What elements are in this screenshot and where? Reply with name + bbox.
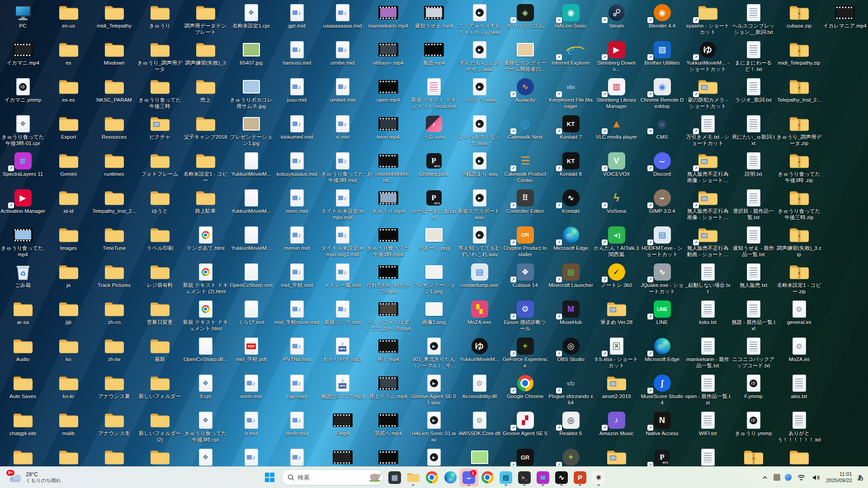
desktop-icon[interactable]: cubase.zip — [776, 1, 822, 38]
desktop-icon[interactable]: ▶答え知っててもむずいわこれ.wav — [457, 223, 502, 260]
desktop-icon[interactable]: 名称未設定1 - コピー — [183, 149, 228, 186]
desktop-icon[interactable]: ▤↗HDDFMT.exe - ショートカット — [639, 223, 685, 260]
desktop-icon[interactable]: ohhayo-.mp4 — [365, 38, 411, 75]
desktop-icon[interactable]: ☰↗Cakewalk Product Center — [502, 149, 548, 186]
desktop-icon[interactable]: ◎↗Reaktor 6 — [548, 408, 594, 446]
taskbar-terminal-icon[interactable]: >_ — [515, 469, 534, 487]
taskbar-pinned-media-app-icon[interactable]: ▦ — [386, 469, 404, 487]
desktop-icon[interactable]: ▶ずんだもん_しおかぜふ.wav — [457, 38, 502, 75]
desktop-icon[interactable]: N↗Native Access — [639, 408, 685, 446]
desktop-icon[interactable]: _起動しない場合.txt — [685, 260, 731, 297]
taskbar-weather-widget[interactable]: 9+ 28°C くもりのち晴れ — [4, 468, 66, 487]
desktop-icon[interactable]: ♪タイトル未設定.tempo.orig1.mid — [320, 223, 365, 260]
desktop-icon[interactable]: ▶001_東北きりたん（ノーマル）_今じゃ... — [411, 334, 457, 371]
desktop-icon[interactable]: ↗無人販売不正行為画像 - ショートカッ... — [685, 149, 731, 186]
desktop-icon[interactable]: ❖きゅうり食ってた午後3時.cpr — [183, 408, 228, 446]
desktop-icon[interactable]: ∿↗Audacity — [502, 75, 548, 112]
desktop-icon[interactable]: V↗VOICEVOX — [594, 149, 639, 186]
desktop-icon[interactable]: ⚙MoZA.ini — [776, 334, 822, 371]
desktop-icon[interactable]: ≋↗SpectraLayers 11 — [0, 149, 46, 186]
desktop-icon[interactable]: ゆ↗YukkuriMovieM... - ショートカット — [685, 38, 731, 75]
desktop-icon[interactable]: airset2-2019 — [594, 371, 639, 408]
desktop-icon[interactable]: open - 親作品一覧.txt — [685, 371, 731, 408]
desktop-icon[interactable]: 井上.mp4 — [365, 334, 411, 371]
desktop-icon[interactable]: ♪うみ.ustx — [411, 112, 457, 149]
desktop-icon[interactable]: プレゼンテーション1.png — [411, 260, 457, 297]
desktop-icon[interactable]: 無人販売.txt — [731, 260, 776, 297]
desktop-icon[interactable]: ♪jusu.mid — [274, 75, 320, 112]
desktop-icon[interactable]: くらび.xml — [228, 297, 274, 334]
desktop-icon[interactable]: ko-kr — [46, 371, 91, 408]
desktop-icon[interactable]: ϟ↗VoiSona — [594, 186, 639, 223]
desktop-icon[interactable]: ❖きゅうり食ってた午後3時-01.cpr — [0, 112, 46, 149]
desktop-icon[interactable]: かるーく.png — [411, 223, 457, 260]
desktop-icon[interactable]: ▥↗Steinberg Library Manager — [594, 75, 639, 112]
desktop-icon[interactable]: ▶↗Activation Manager — [0, 186, 46, 223]
desktop-icon[interactable]: ↗Microsoft Edge — [639, 334, 685, 371]
desktop-icon[interactable]: 画像1.png — [411, 297, 457, 334]
taskbar-clock[interactable]: 11:01 2025/09/22 — [826, 471, 852, 483]
desktop-icon[interactable]: OpenCvSharp.dll... — [183, 334, 228, 371]
desktop-icon[interactable]: 営業日変更 — [137, 297, 183, 334]
taskbar-file-explorer-icon[interactable] — [404, 469, 423, 487]
desktop-icon[interactable]: ↗Google Chrome — [502, 371, 548, 408]
desktop-icon[interactable]: ▶新規エクスポート.wav — [457, 186, 502, 223]
desktop-icon[interactable]: PDFmid_学校.pdf — [228, 334, 274, 371]
desktop-icon[interactable]: ↗syasinn - ショートカット — [685, 1, 731, 38]
desktop-icon[interactable]: ♪きゅうり食ってた午後3時.mid — [320, 149, 365, 186]
desktop-icon[interactable]: WIFI.txt — [685, 408, 731, 446]
desktop-icon[interactable]: 売上 — [183, 75, 228, 112]
desktop-icon[interactable]: ヘッドフォンはずしててよかっt.mp4 — [365, 297, 411, 334]
desktop-icon[interactable]: jijii — [46, 297, 91, 334]
desktop-icon[interactable]: ••↗GIMP 3.0.4 — [639, 186, 685, 223]
desktop-icon[interactable]: zh-cn — [91, 297, 137, 334]
desktop-icon[interactable]: ▶バスドラ.wav — [457, 75, 502, 112]
desktop-icon[interactable]: es-es — [46, 75, 91, 112]
desktop-icon[interactable]: Mixdown — [91, 38, 137, 75]
desktop-icon[interactable]: X↗9.5.xlsx - ショートカット — [594, 334, 639, 371]
desktop-icon[interactable]: ♪タイトル未設定.tempo.mid — [320, 186, 365, 223]
desktop-icon[interactable]: ♪hamusu.mid — [274, 38, 320, 75]
desktop-icon[interactable]: 65407.jpg — [228, 38, 274, 75]
taskbar-chrome-2-icon[interactable] — [478, 469, 497, 487]
desktop-icon[interactable]: malib — [46, 408, 91, 446]
desktop-icon[interactable]: 通知うぜえ - 親作品一覧.txt — [731, 223, 776, 260]
desktop-icon[interactable]: OpenCvSharp.xml — [228, 260, 274, 297]
desktop-icon[interactable]: レジ袋有料 — [137, 260, 183, 297]
desktop-icon[interactable]: ja — [46, 260, 91, 297]
desktop-icon[interactable]: ▶小銭詰まり.wav — [457, 149, 502, 186]
desktop-icon[interactable]: フォトフレーム — [137, 149, 183, 186]
desktop-icon[interactable]: midi_Telepathy.zip — [776, 38, 822, 75]
volume-icon[interactable] — [811, 473, 821, 482]
desktop-icon[interactable]: 羽尻へ.mp4 — [365, 408, 411, 446]
taskbar-chatgpt-icon[interactable]: ✳ — [590, 469, 608, 487]
desktop-icon[interactable]: 孤独なインディーゲーム開発者の一生 ... — [502, 38, 548, 75]
desktop-icon[interactable]: ゆうと — [137, 186, 183, 223]
desktop-icon[interactable]: きゅうり_調声用データ — [137, 38, 183, 75]
desktop-icon[interactable]: 新しいフォルダー (2) — [137, 408, 183, 446]
desktop-icon[interactable]: ◄)↗かんたん！AITalk 3 関西風 — [594, 223, 639, 260]
desktop-icon[interactable]: 調声練習(失敗)_3.zip — [776, 223, 822, 260]
desktop-icon[interactable]: ♪rajio.mid — [274, 371, 320, 408]
desktop-icon[interactable]: ◈↗ポリリリリズム — [502, 1, 548, 38]
desktop-icon[interactable]: ヘルスコンプレッション__歌詞.txt — [731, 1, 776, 38]
desktop-icon[interactable]: 父子キャンプ2018 — [183, 112, 228, 149]
desktop-icon[interactable]: ♪kotusytuaaus.mid — [274, 149, 320, 186]
desktop-icon[interactable]: 筆まめ Ver.28 — [594, 297, 639, 334]
desktop-icon[interactable]: KT↗Kontakt 7 — [548, 112, 594, 149]
desktop-icon[interactable]: Resources — [91, 112, 137, 149]
taskbar-discord-icon[interactable]: ⌣1 — [460, 469, 478, 487]
taskbar-native-instruments-icon[interactable]: ∿ — [552, 469, 571, 487]
desktop-icon[interactable]: ♪gpt.mid — [274, 1, 320, 38]
desktop-icon[interactable]: ピクチャ — [137, 112, 183, 149]
desktop-icon[interactable]: ıılıı↗Keepforest File Manager — [548, 75, 594, 112]
taskbar-edge-icon[interactable] — [441, 469, 460, 487]
desktop-icon[interactable]: ◉↗Blender 4.4 — [639, 1, 685, 38]
desktop-icon[interactable]: teion.mp4 — [365, 112, 411, 149]
desktop-icon[interactable]: ♻ごみ箱 — [0, 260, 46, 297]
desktop-icon[interactable]: ❖↗Cubase 14 — [502, 260, 548, 297]
desktop-icon[interactable]: きゅうり食ってた午後三時 — [137, 75, 183, 112]
desktop-icon[interactable]: sfz↗Plogue sforzando x64 — [548, 371, 594, 408]
desktop-icon[interactable]: manisekarin.mp4 — [365, 1, 411, 38]
desktop-icon[interactable]: YukkuriMovieM... — [228, 149, 274, 186]
